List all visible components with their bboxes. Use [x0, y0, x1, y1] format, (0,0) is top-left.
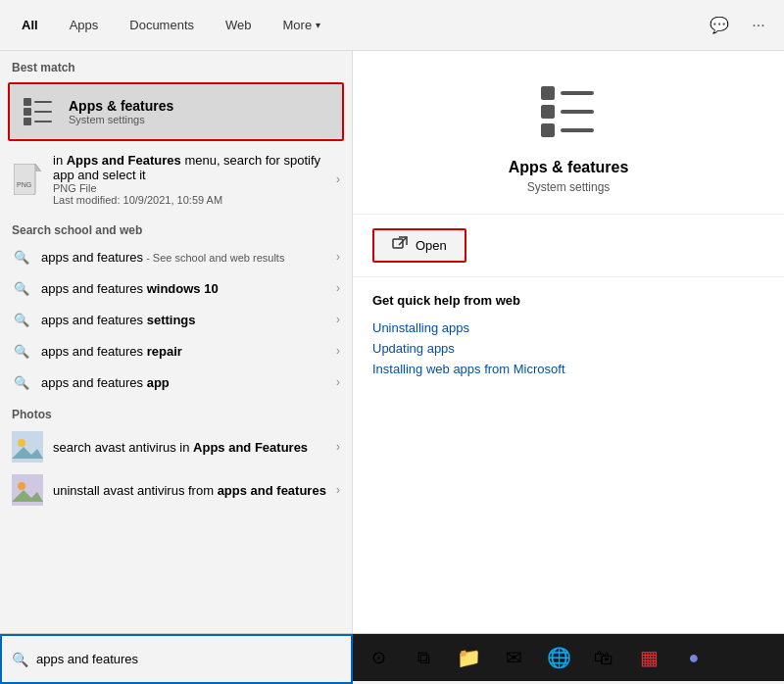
web-result-2[interactable]: 🔍 apps and features windows 10 ›: [0, 272, 352, 304]
svg-point-11: [18, 439, 25, 447]
svg-rect-19: [561, 91, 594, 95]
open-button-area: Open: [353, 215, 784, 277]
svg-rect-0: [24, 98, 31, 106]
tab-more[interactable]: More ▾: [270, 12, 335, 38]
feedback-icon[interactable]: 💬: [702, 8, 737, 43]
best-match-item[interactable]: Apps & features System settings: [8, 82, 344, 141]
file-modified: Last modified: 10/9/2021, 10:59 AM: [53, 194, 326, 206]
svg-rect-5: [34, 121, 52, 122]
chevron-down-icon: ▾: [316, 20, 320, 30]
chevron-right-icon: ›: [336, 483, 340, 497]
taskbar-tiles-btn[interactable]: ▦: [627, 636, 670, 679]
file-text: in Apps and Features menu, search for sp…: [53, 153, 326, 206]
chevron-right-icon: ›: [336, 172, 340, 186]
taskbar-mail-btn[interactable]: ✉: [492, 636, 535, 679]
detail-app-name: Apps & features: [509, 159, 629, 176]
photo-thumbnail-1: [12, 431, 43, 463]
chevron-right-icon: ›: [336, 250, 340, 264]
svg-rect-20: [561, 110, 594, 114]
tab-web[interactable]: Web: [212, 12, 266, 38]
app-detail: Apps & features System settings: [353, 51, 784, 215]
svg-text:PNG: PNG: [17, 181, 31, 188]
best-match-subtitle: System settings: [69, 114, 173, 125]
photo-result-1[interactable]: search avast antivirus in Apps and Featu…: [0, 425, 352, 468]
file-result-item[interactable]: PNG in Apps and Features menu, search fo…: [0, 145, 352, 214]
open-button[interactable]: Open: [372, 228, 466, 263]
web-result-text-2: apps and features windows 10: [41, 281, 326, 296]
search-icon: 🔍: [12, 310, 31, 329]
taskbar-folder-icon: 📁: [457, 646, 481, 669]
taskbar-discord-btn[interactable]: ●: [672, 636, 715, 679]
photo-name-1: search avast antivirus in Apps and Featu…: [53, 440, 326, 455]
taskbar-discord-icon: ●: [689, 648, 700, 668]
photo-text-2: uninstall avast antivirus from apps and …: [53, 483, 326, 498]
open-icon: [392, 236, 408, 255]
svg-rect-3: [34, 101, 52, 103]
left-panel: Best match Apps & features System settin…: [0, 51, 353, 633]
svg-point-14: [18, 482, 25, 490]
search-icon: 🔍: [12, 372, 31, 392]
right-panel: Apps & features System settings Open Get…: [353, 51, 784, 633]
photo-thumbnail-2: [12, 474, 43, 506]
svg-rect-1: [24, 108, 31, 116]
svg-rect-4: [34, 111, 52, 113]
tab-all[interactable]: All: [8, 12, 52, 38]
photo-result-2[interactable]: uninstall avast antivirus from apps and …: [0, 468, 352, 512]
photo-text-1: search avast antivirus in Apps and Featu…: [53, 440, 326, 455]
chevron-right-icon: ›: [336, 313, 340, 326]
best-match-text: Apps & features System settings: [69, 98, 173, 125]
best-match-title: Apps & features: [69, 98, 173, 114]
svg-rect-6: [14, 164, 35, 195]
help-link-3[interactable]: Installing web apps from Microsoft: [372, 359, 764, 379]
taskbar-edge-btn[interactable]: 🌐: [537, 636, 580, 679]
file-name: in Apps and Features menu, search for sp…: [53, 153, 326, 182]
web-result-text-3: apps and features settings: [41, 313, 326, 327]
web-result-1[interactable]: 🔍 apps and features - See school and web…: [0, 241, 352, 272]
taskbar-mail-icon: ✉: [506, 646, 522, 669]
taskbar-task-view-btn[interactable]: ⧉: [402, 636, 445, 679]
search-school-web-label: Search school and web: [0, 214, 352, 241]
tab-apps[interactable]: Apps: [56, 12, 113, 38]
web-result-text-4: apps and features repair: [41, 344, 326, 359]
svg-rect-17: [541, 105, 555, 119]
svg-rect-21: [561, 128, 594, 132]
search-input[interactable]: [36, 652, 341, 666]
web-result-text-5: apps and features app: [41, 375, 326, 390]
help-link-2[interactable]: Updating apps: [372, 338, 764, 359]
help-link-1[interactable]: Uninstalling apps: [372, 318, 764, 338]
best-match-label: Best match: [0, 51, 352, 78]
search-icon: 🔍: [12, 247, 31, 267]
quick-help-section: Get quick help from web Uninstalling app…: [353, 277, 784, 395]
photo-name-2: uninstall avast antivirus from apps and …: [53, 483, 326, 498]
more-options-icon[interactable]: ···: [741, 8, 776, 43]
taskbar-tiles-icon: ▦: [640, 646, 659, 669]
search-icon: 🔍: [12, 341, 31, 361]
web-result-5[interactable]: 🔍 apps and features app ›: [0, 366, 352, 398]
taskbar-store-btn[interactable]: 🛍: [582, 636, 625, 679]
svg-rect-18: [541, 123, 555, 137]
svg-rect-2: [24, 118, 31, 125]
main-content: Best match Apps & features System settin…: [0, 51, 784, 633]
taskbar-task-icon: ⧉: [417, 648, 430, 668]
taskbar-folder-btn[interactable]: 📁: [447, 636, 490, 679]
file-type: PNG File: [53, 182, 326, 194]
quick-help-title: Get quick help from web: [372, 293, 764, 308]
taskbar-store-icon: 🛍: [594, 647, 613, 669]
png-file-icon: PNG: [12, 164, 43, 195]
web-result-4[interactable]: 🔍 apps and features repair ›: [0, 335, 352, 366]
web-result-text-1: apps and features - See school and web r…: [41, 250, 326, 265]
taskbar-search-btn[interactable]: ⊙: [357, 636, 400, 679]
top-nav: All Apps Documents Web More ▾ 💬 ···: [0, 0, 784, 51]
search-icon: 🔍: [12, 278, 31, 298]
tab-documents[interactable]: Documents: [116, 12, 208, 38]
taskbar-search-icon: ⊙: [371, 647, 386, 668]
photos-label: Photos: [0, 398, 352, 425]
chevron-right-icon: ›: [336, 375, 340, 389]
detail-apps-features-icon: [537, 80, 600, 147]
chevron-right-icon: ›: [336, 440, 340, 454]
apps-features-icon: [22, 94, 57, 129]
web-result-3[interactable]: 🔍 apps and features settings ›: [0, 304, 352, 335]
chevron-right-icon: ›: [336, 281, 340, 295]
detail-app-subtitle: System settings: [527, 180, 611, 194]
svg-rect-16: [541, 86, 555, 100]
